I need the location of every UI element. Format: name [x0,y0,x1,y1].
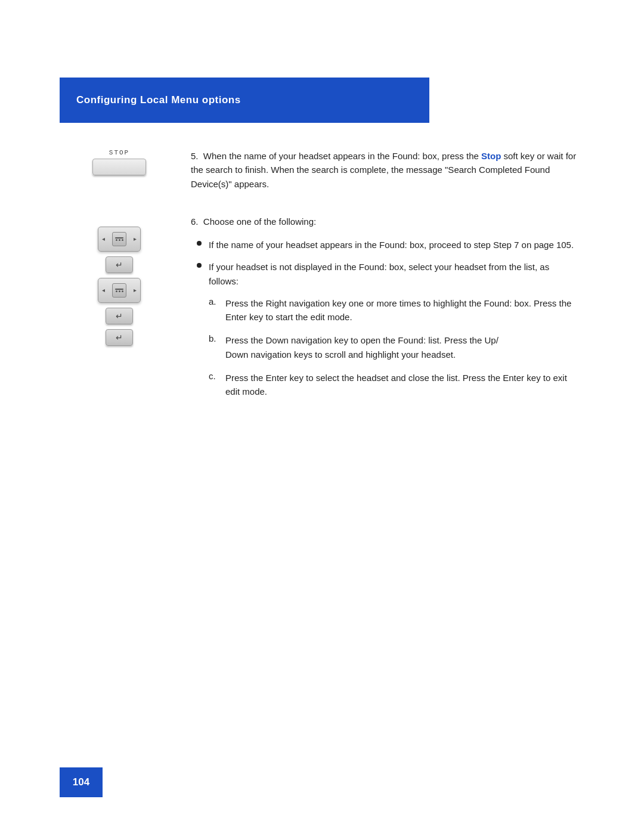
page-container: Configuring Local Menu options Stop 5. W… [0,0,644,833]
right-keyword: Right [266,298,287,308]
enter-keyword-2: Enter [266,373,287,383]
dot3 [122,239,123,241]
header-banner: Configuring Local Menu options [60,78,429,123]
stop-label: Stop [109,149,129,156]
nav-line-1 [115,237,123,239]
left-arrow-icon: ◂ [102,236,105,242]
step5-number: 5. [191,151,203,161]
dot5 [119,290,120,292]
step5-section: Stop 5. When the name of your headset ap… [60,149,578,191]
right-arrow-icon: ▸ [134,236,137,242]
enter-arrow-2: ↵ [116,311,123,321]
nav-center-2 [112,283,126,298]
nav-line-2 [115,289,123,290]
sub-text-c: Press the Enter key to select the headse… [225,371,578,399]
bullet-text-1: If the name of your headset appears in t… [209,238,574,252]
bullet-dot-1 [197,241,202,246]
page-footer: 104 [60,767,103,797]
sub-label-c: c. [209,371,219,381]
enter-arrow-1: ↵ [116,260,123,270]
step6-number: 6. [191,216,203,227]
sub-item-b: b. Press the Down navigation key to open… [209,333,578,361]
sub-label-a: a. [209,296,219,306]
nav-cluster-1: ◂ ▸ [98,227,141,252]
enter-key-2: ↵ [106,308,133,324]
dot1 [116,239,117,241]
stop-button-image: Stop [92,149,146,175]
enter-key-1: ↵ [106,256,133,273]
sub-item-c: c. Press the Enter key to select the hea… [209,371,578,399]
step5-text: 5. When the name of your headset appears… [179,149,578,191]
enter-arrow-3: ↵ [116,333,123,342]
sub-items: a. Press the Right navigation key one or… [209,296,578,399]
sub-text-a: Press the Right navigation key one or mo… [225,296,578,324]
header-title: Configuring Local Menu options [76,94,241,106]
right-arrow-icon-2: ▸ [134,287,137,293]
bullet-text-2-container: If your headset is not displayed in the … [209,260,578,408]
found-keyword-3: Found [484,298,510,308]
dot2 [119,239,120,241]
sub-item-a: a. Press the Right navigation key one or… [209,296,578,324]
enter-key-3: ↵ [106,329,133,346]
found-keyword-1: Found [379,240,405,250]
page-number: 104 [73,776,89,788]
stop-key-visual [92,159,146,175]
bullet-dot-2 [197,263,202,268]
bullet-text-2: If your headset is not displayed in the … [209,260,578,288]
nav-cluster-2: ◂ ▸ [98,278,141,303]
enter-keyword-1: Enter [225,312,247,322]
nav-dots-2 [116,290,123,292]
step6-intro: 6. Choose one of the following: [191,215,578,228]
step6-text: 6. Choose one of the following: If the n… [179,215,578,417]
found-keyword-2: Found [359,262,385,272]
bullet-item-1: If the name of your headset appears in t… [191,238,578,252]
left-arrow-icon-2: ◂ [102,287,105,293]
nav-center-1 [112,232,126,246]
down-keyword-1: Down [266,335,289,345]
content-area: Stop 5. When the name of your headset ap… [60,149,578,440]
found-keyword-4: Found [398,335,423,345]
step5-paragraph: 5. When the name of your headset appears… [191,149,578,191]
step5-images: Stop [60,149,179,175]
sub-text-b: Press the Down navigation key to open th… [225,333,499,361]
stop-keyword: Stop [481,151,501,161]
nav-dots-1 [116,239,123,241]
dot6 [122,290,123,292]
enter-keyword-3: Enter [503,373,524,383]
dot4 [116,290,117,292]
step6-section: ◂ ▸ ↵ ◂ [60,215,578,417]
step6-images: ◂ ▸ ↵ ◂ [60,215,179,346]
bullet-section: If the name of your headset appears in t… [191,238,578,408]
bullet-item-2: If your headset is not displayed in the … [191,260,578,408]
sub-label-b: b. [209,333,219,343]
